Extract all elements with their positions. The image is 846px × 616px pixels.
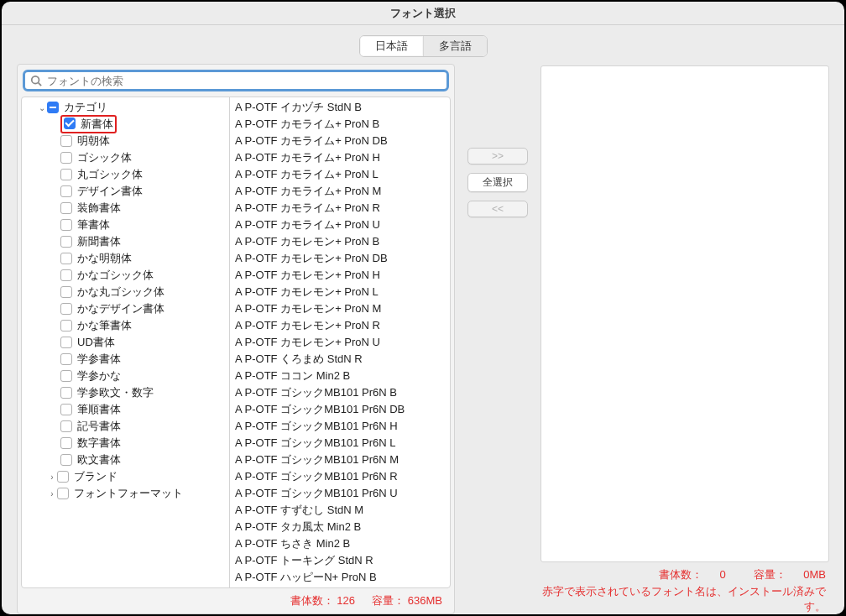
disclosure-right-icon[interactable]: › (47, 489, 57, 499)
add-button[interactable]: >> (467, 148, 528, 164)
checkbox[interactable] (60, 135, 72, 147)
tree-item-label: 筆順書体 (77, 402, 121, 417)
size-label: 容量： (754, 568, 786, 581)
checkbox[interactable] (57, 471, 69, 483)
font-row[interactable]: A P-OTF カモレモン+ ProN H (230, 267, 450, 284)
tree-item[interactable]: 筆順書体 (22, 401, 229, 418)
font-row[interactable]: A P-OTF カモライム+ ProN M (230, 183, 450, 200)
tab-multilingual[interactable]: 多言語 (423, 36, 487, 56)
select-all-button[interactable]: 全選択 (467, 173, 528, 192)
size-value: 636MB (408, 594, 442, 607)
search-field[interactable] (23, 70, 449, 91)
font-row[interactable]: A P-OTF ゴシックMB101 Pr6N B (230, 384, 450, 401)
tree-item[interactable]: かなデザイン書体 (22, 300, 229, 317)
tree-item[interactable]: 新聞書体 (22, 233, 229, 250)
font-row[interactable]: A P-OTF カモライム+ ProN H (230, 149, 450, 166)
font-row[interactable]: A P-OTF カモレモン+ ProN DB (230, 250, 450, 267)
checkbox[interactable] (60, 454, 72, 466)
tree-item[interactable]: かな明朝体 (22, 250, 229, 267)
font-row[interactable]: A P-OTF イカヅチ StdN B (230, 99, 450, 116)
checkbox[interactable] (60, 269, 72, 281)
svg-point-0 (32, 76, 39, 84)
tree-format-root[interactable]: ›フォントフォーマット (22, 485, 229, 502)
tree-category-root[interactable]: ⌄カテゴリ (22, 99, 229, 116)
category-tree[interactable]: ⌄カテゴリ新書体明朝体ゴシック体丸ゴシック体デザイン書体装飾書体筆書体新聞書体か… (22, 97, 230, 587)
checkbox[interactable] (60, 337, 72, 348)
tab-japanese[interactable]: 日本語 (360, 36, 423, 56)
checkbox[interactable] (60, 387, 72, 399)
main-row: ⌄カテゴリ新書体明朝体ゴシック体丸ゴシック体デザイン書体装飾書体筆書体新聞書体か… (17, 64, 829, 614)
tree-item[interactable]: 新書体 (22, 116, 229, 133)
tree-item[interactable]: UD書体 (22, 334, 229, 351)
checkbox[interactable] (60, 353, 72, 365)
tree-item[interactable]: かな丸ゴシック体 (22, 284, 229, 300)
tree-brand-root[interactable]: ›ブランド (22, 468, 229, 485)
font-row[interactable]: A P-OTF ココン Min2 B (230, 368, 450, 384)
checkbox[interactable] (60, 420, 72, 432)
tree-item[interactable]: 数字書体 (22, 435, 229, 452)
checkbox[interactable] (60, 253, 72, 264)
checkbox[interactable] (60, 404, 72, 415)
checkbox[interactable] (60, 236, 72, 248)
font-row[interactable]: A P-OTF カモライム+ ProN U (230, 217, 450, 233)
checkbox[interactable] (60, 152, 72, 164)
tree-item[interactable]: 記号書体 (22, 418, 229, 435)
font-row[interactable]: A P-OTF ゴシックMB101 Pr6N U (230, 485, 450, 502)
remove-button[interactable]: << (467, 201, 528, 217)
tree-item[interactable]: かな筆書体 (22, 317, 229, 334)
count-label: 書体数： (290, 594, 334, 607)
font-row[interactable]: A P-OTF トーキング StdN R (230, 552, 450, 569)
tree-item[interactable]: 明朝体 (22, 133, 229, 149)
checkbox[interactable] (60, 185, 72, 197)
font-row[interactable]: A P-OTF ゴシックMB101 Pr6N M (230, 452, 450, 468)
tree-item[interactable]: かなゴシック体 (22, 267, 229, 284)
font-row[interactable]: A P-OTF カモライム+ ProN B (230, 116, 450, 133)
font-row[interactable]: A P-OTF カモライム+ ProN DB (230, 133, 450, 149)
tree-item-label: かなデザイン書体 (77, 301, 164, 316)
font-row[interactable]: A P-OTF カモレモン+ ProN R (230, 317, 450, 334)
tree-item[interactable]: デザイン書体 (22, 183, 229, 200)
highlighted-item: 新書体 (60, 115, 117, 133)
tree-item-label: 丸ゴシック体 (77, 167, 143, 182)
font-row[interactable]: A P-OTF ちさき Min2 B (230, 535, 450, 552)
tree-item[interactable]: 装飾書体 (22, 200, 229, 217)
font-row[interactable]: A P-OTF ゴシックMB101 Pr6N L (230, 435, 450, 452)
font-row[interactable]: A P-OTF ゴシックMB101 Pr6N H (230, 418, 450, 435)
font-row[interactable]: A P-OTF カモレモン+ ProN L (230, 284, 450, 300)
search-input[interactable] (42, 75, 441, 87)
checkbox[interactable] (60, 169, 72, 180)
tree-item[interactable]: 学参かな (22, 368, 229, 384)
checkbox[interactable] (64, 117, 76, 129)
font-row[interactable]: A P-OTF カモレモン+ ProN M (230, 300, 450, 317)
tree-item[interactable]: 欧文書体 (22, 452, 229, 468)
font-row[interactable]: A P-OTF くろまめ StdN R (230, 351, 450, 368)
font-row[interactable]: A P-OTF カモレモン+ ProN B (230, 233, 450, 250)
checkbox[interactable] (60, 286, 72, 298)
tree-label: フォントフォーマット (74, 486, 183, 501)
font-row[interactable]: A P-OTF カモライム+ ProN L (230, 166, 450, 183)
tree-item[interactable]: 学参書体 (22, 351, 229, 368)
checkbox[interactable] (60, 202, 72, 214)
font-list[interactable]: A P-OTF イカヅチ StdN BA P-OTF カモライム+ ProN B… (230, 97, 450, 587)
font-row[interactable]: A P-OTF すずむし StdN M (230, 502, 450, 519)
font-row[interactable]: A P-OTF ゴシックMB101 Pr6N R (230, 468, 450, 485)
tree-item[interactable]: 丸ゴシック体 (22, 166, 229, 183)
tree-item-label: 欧文書体 (77, 452, 121, 467)
checkbox[interactable] (60, 320, 72, 331)
checkbox[interactable] (60, 303, 72, 315)
checkbox[interactable] (60, 370, 72, 382)
font-row[interactable]: A P-OTF ゴシックMB101 Pr6N DB (230, 401, 450, 418)
font-row[interactable]: A P-OTF タカ風太 Min2 B (230, 519, 450, 535)
font-row[interactable]: A P-OTF ハッピーN+ ProN B (230, 569, 450, 586)
tree-item[interactable]: 筆書体 (22, 217, 229, 233)
disclosure-down-icon[interactable]: ⌄ (37, 103, 47, 112)
font-row[interactable]: A P-OTF カモレモン+ ProN U (230, 334, 450, 351)
checkbox[interactable] (60, 219, 72, 231)
checkbox[interactable] (57, 488, 69, 499)
font-row[interactable]: A P-OTF カモライム+ ProN R (230, 200, 450, 217)
tree-item[interactable]: ゴシック体 (22, 149, 229, 166)
checkbox[interactable] (60, 437, 72, 449)
tree-item[interactable]: 学参欧文・数字 (22, 384, 229, 401)
disclosure-right-icon[interactable]: › (47, 472, 57, 482)
checkbox-category[interactable] (47, 102, 59, 113)
